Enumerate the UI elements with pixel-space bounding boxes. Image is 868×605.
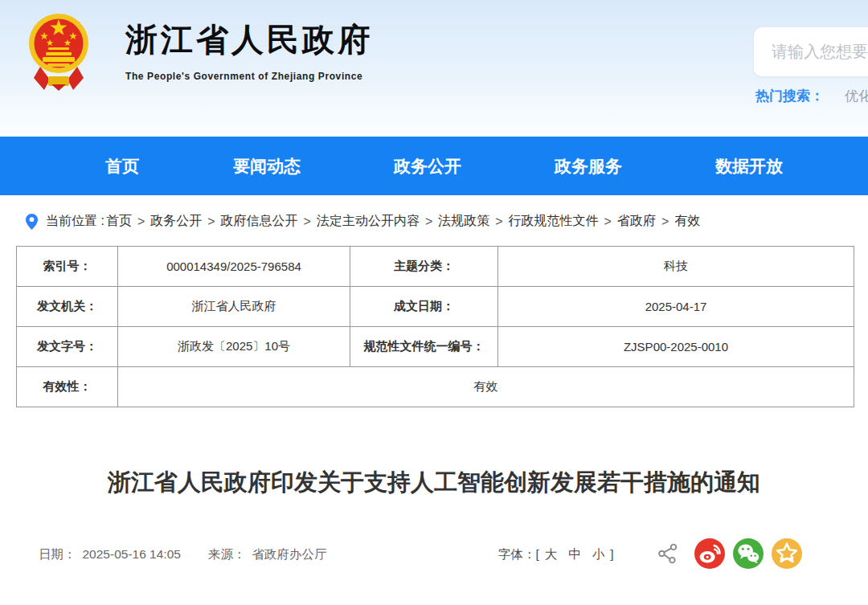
breadcrumb-item-provincial-gov[interactable]: 省政府 [617,213,656,230]
site-subtitle: The People's Government of Zhejiang Prov… [125,71,373,82]
font-size-large-button[interactable]: 大 [545,547,558,561]
issuing-agency-label: 发文机关： [17,287,118,327]
share-group [657,538,802,569]
doc-number-value: 浙政发〔2025〕10号 [118,327,350,367]
breadcrumb-separator: > [425,215,432,229]
site-header: 浙江省人民政府 The People's Government of Zheji… [0,0,868,137]
breadcrumb: 当前位置 : 首页 > 政务公开 > 政府信息公开 > 法定主动公开内容 > 法… [26,213,852,230]
breadcrumb-item-info-disclosure[interactable]: 政府信息公开 [221,213,298,230]
breadcrumb-item-normative-docs[interactable]: 行政规范性文件 [509,213,599,230]
doc-number-label: 发文字号： [17,327,118,367]
search-box[interactable] [754,27,868,76]
search-input[interactable] [754,27,868,76]
share-qzone-button[interactable] [772,538,802,569]
breadcrumb-item-regulations[interactable]: 法规政策 [438,213,489,230]
date-value: 2025-05-16 14:05 [83,547,181,561]
table-row: 发文机关： 浙江省人民政府 成文日期： 2025-04-17 [17,287,854,327]
index-number-label: 索引号： [17,247,118,287]
article-title: 浙江省人民政府印发关于支持人工智能创新发展若干措施的通知 [24,467,844,498]
main-nav: 首页 要闻动态 政务公开 政务服务 数据开放 [0,137,868,195]
breadcrumb-prefix: 当前位置 : [46,213,104,230]
issuing-agency-value: 浙江省人民政府 [118,287,350,327]
breadcrumb-separator: > [304,215,311,229]
topic-category-label: 主题分类： [350,247,498,287]
topic-category-value: 科技 [498,247,854,287]
qzone-star-icon [772,538,802,569]
weibo-icon [694,538,725,569]
table-row: 索引号： 000014349/2025-796584 主题分类： 科技 [17,247,854,287]
source-value: 省政府办公厅 [252,547,326,561]
site-title: 浙江省人民政府 [125,21,373,59]
wechat-icon [733,538,764,569]
unified-number-label: 规范性文件统一编号： [350,327,498,367]
font-size-small-button[interactable]: 小 [592,547,605,561]
site-brand: 浙江省人民政府 The People's Government of Zheji… [125,21,373,82]
unified-number-value: ZJSP00-2025-0010 [498,327,854,367]
breadcrumb-separator: > [495,215,502,229]
article-meta-row: 日期：2025-05-16 14:05来源：省政府办公厅 字体：[大中小] [0,537,868,575]
location-pin-icon [26,214,38,230]
font-size-medium-button[interactable]: 中 [568,547,581,561]
issue-date-label: 成文日期： [350,287,498,327]
nav-item-news[interactable]: 要闻动态 [186,155,347,178]
breadcrumb-separator: > [661,215,669,229]
source-label: 来源： [208,547,246,561]
date-label: 日期： [39,547,76,561]
nav-item-open-data[interactable]: 数据开放 [669,155,829,178]
share-wechat-button[interactable] [733,538,764,569]
issue-date-value: 2025-04-17 [498,287,854,327]
validity-label: 有效性： [17,367,118,407]
share-icon[interactable] [657,543,678,564]
hot-search-item[interactable]: 优化营商环境 [845,87,868,105]
nav-item-gov-services[interactable]: 政务服务 [508,155,669,178]
breadcrumb-item-statutory-content[interactable]: 法定主动公开内容 [317,213,420,230]
national-emblem-icon [27,6,90,93]
nav-item-home[interactable]: 首页 [58,155,186,178]
table-row: 发文字号： 浙政发〔2025〕10号 规范性文件统一编号： ZJSP00-202… [17,327,854,367]
document-info-table: 索引号： 000014349/2025-796584 主题分类： 科技 发文机关… [16,246,854,407]
hot-search-label: 热门搜索： [755,87,824,105]
share-weibo-button[interactable] [694,538,725,569]
article-meta-left: 日期：2025-05-16 14:05来源：省政府办公厅 [39,546,326,563]
font-label-close: ] [610,547,613,561]
breadcrumb-separator: > [137,215,145,229]
breadcrumb-item-home[interactable]: 首页 [106,213,132,230]
table-row: 有效性： 有效 [17,367,854,407]
nav-item-gov-info[interactable]: 政务公开 [347,155,508,178]
hot-search-row: 热门搜索： 优化营商环境 [755,87,868,105]
font-label: 字体：[ [498,547,539,561]
breadcrumb-separator: > [604,215,612,229]
font-size-control: 字体：[大中小] [498,546,614,563]
breadcrumb-separator: > [207,215,215,229]
breadcrumb-item-valid[interactable]: 有效 [674,213,700,230]
breadcrumb-item-gov-info[interactable]: 政务公开 [150,213,202,230]
index-number-value: 000014349/2025-796584 [118,247,350,287]
validity-value: 有效 [118,367,854,407]
